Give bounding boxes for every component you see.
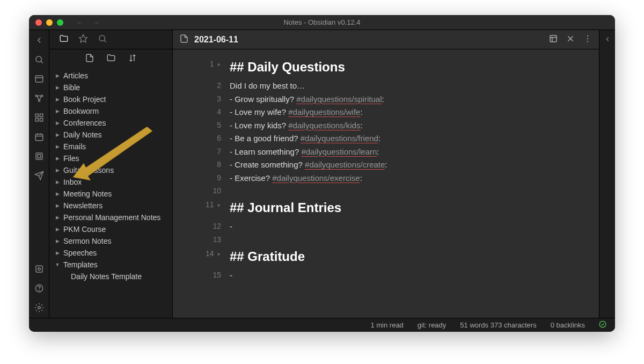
editor-line[interactable]: 8- Create something? #dailyquestions/cre… <box>173 158 599 172</box>
graph-view-icon[interactable] <box>33 92 45 104</box>
tree-folder[interactable]: ▶Sermon Notes <box>49 235 172 247</box>
tree-folder[interactable]: ▶Emails <box>49 141 172 152</box>
chevron-right-icon[interactable]: ▶ <box>55 108 60 114</box>
line-content[interactable]: Did I do my best to… <box>230 80 599 92</box>
line-content[interactable]: - Love my wife? #dailyquestions/wife: <box>230 106 599 119</box>
tree-folder[interactable]: ▶Book Project <box>49 93 172 105</box>
tree-folder[interactable]: ▶Files <box>49 152 172 164</box>
new-folder-icon[interactable] <box>106 53 116 65</box>
search-icon[interactable] <box>33 54 45 65</box>
vault-icon[interactable] <box>33 263 45 275</box>
hashtag-link[interactable]: #dailyquestions/learn <box>301 147 377 156</box>
line-content[interactable]: ## Daily Questions <box>230 55 599 79</box>
settings-icon[interactable] <box>33 302 45 314</box>
fold-indicator-icon[interactable]: ▼ <box>215 62 221 68</box>
fold-indicator-icon[interactable]: ▼ <box>215 203 221 208</box>
editor-line[interactable]: 12- <box>173 220 599 234</box>
new-note-icon[interactable] <box>85 53 94 65</box>
editor-line[interactable]: 1 ▼## Daily Questions <box>173 55 599 79</box>
tree-folder[interactable]: ▶Personal Management Notes <box>49 212 172 223</box>
chevron-right-icon[interactable]: ▶ <box>55 179 60 185</box>
line-content[interactable] <box>230 234 599 244</box>
tree-folder[interactable]: ▶Speeches <box>49 247 172 259</box>
line-content[interactable]: - Love my kids? #dailyquestions/kids: <box>230 120 599 132</box>
hashtag-link[interactable]: #dailyquestions/exercise <box>272 173 360 183</box>
editor-line[interactable]: 6- Be a good friend? #dailyquestions/fri… <box>173 132 599 145</box>
editor-line[interactable]: 15- <box>173 269 599 282</box>
chevron-right-icon[interactable]: ▶ <box>55 238 60 244</box>
editor-line[interactable]: 3- Grow spiritually? #dailyquestions/spi… <box>173 93 599 106</box>
line-content[interactable]: - Learn something? #dailyquestions/learn… <box>230 146 599 158</box>
tree-folder[interactable]: ▶Articles <box>49 70 172 82</box>
hashtag-link[interactable]: #dailyquestions/spiritual <box>296 94 382 104</box>
file-tree[interactable]: ▶Articles▶Bible▶Book Project▶Bookworm▶Co… <box>49 69 172 318</box>
chevron-right-icon[interactable]: ▶ <box>55 73 60 78</box>
nav-forward-button[interactable]: → <box>92 18 100 27</box>
line-content[interactable]: ## Journal Entries <box>230 196 599 220</box>
hashtag-link[interactable]: #dailyquestions/create <box>305 160 385 169</box>
collapse-sidebar-icon[interactable] <box>33 34 45 46</box>
chevron-right-icon[interactable]: ▶ <box>55 227 60 232</box>
tree-folder[interactable]: ▶Inbox <box>49 176 172 188</box>
close-window-button[interactable] <box>35 19 42 26</box>
help-icon[interactable] <box>33 282 45 294</box>
chevron-right-icon[interactable]: ▶ <box>55 191 60 196</box>
publish-icon[interactable] <box>33 170 45 181</box>
line-content[interactable]: ## Gratitude <box>230 245 599 268</box>
templates-icon[interactable] <box>33 150 45 162</box>
line-content[interactable]: - Exercise? #dailyquestions/exercise: <box>230 172 599 185</box>
chevron-right-icon[interactable]: ▶ <box>55 156 60 161</box>
maximize-window-button[interactable] <box>57 19 63 26</box>
more-options-icon[interactable] <box>583 34 592 46</box>
chevron-right-icon[interactable]: ▶ <box>55 85 60 90</box>
editor-line[interactable]: 9- Exercise? #dailyquestions/exercise: <box>173 172 599 185</box>
line-content[interactable]: - <box>230 221 599 233</box>
hashtag-link[interactable]: #dailyquestions/wife <box>288 107 360 117</box>
tree-folder[interactable]: ▶Bible <box>49 82 172 93</box>
tab-starred[interactable] <box>78 34 88 46</box>
editor-line[interactable]: 4- Love my wife? #dailyquestions/wife: <box>173 106 599 119</box>
tree-folder[interactable]: ▶PKM Course <box>49 223 172 235</box>
tree-folder[interactable]: ▶Daily Notes <box>49 129 172 141</box>
chevron-right-icon[interactable]: ▶ <box>55 250 60 256</box>
fold-indicator-icon[interactable]: ▼ <box>215 252 221 257</box>
editor-line[interactable]: 14 ▼## Gratitude <box>173 244 599 269</box>
chevron-right-icon[interactable]: ▶ <box>55 144 60 149</box>
tree-folder[interactable]: ▶Bookworm <box>49 105 172 117</box>
tab-search[interactable] <box>98 34 107 46</box>
line-content[interactable]: - <box>230 270 599 282</box>
tree-folder[interactable]: ▶Meeting Notes <box>49 188 172 200</box>
sort-icon[interactable] <box>128 53 137 65</box>
editor-line[interactable]: 11 ▼## Journal Entries <box>173 195 599 220</box>
tree-file[interactable]: Daily Notes Template <box>49 271 172 282</box>
chevron-down-icon[interactable]: ▼ <box>55 262 60 267</box>
minimize-window-button[interactable] <box>46 19 53 26</box>
line-content[interactable]: - Grow spiritually? #dailyquestions/spir… <box>230 93 599 106</box>
preview-toggle-icon[interactable] <box>548 34 558 46</box>
hashtag-link[interactable]: #dailyquestions/friend <box>301 134 378 143</box>
daily-note-icon[interactable] <box>33 131 45 143</box>
hashtag-link[interactable]: #dailyquestions/kids <box>288 121 360 130</box>
nav-back-button[interactable]: ← <box>76 18 84 27</box>
chevron-right-icon[interactable]: ▶ <box>55 203 60 208</box>
line-content[interactable] <box>230 185 599 195</box>
tab-files[interactable] <box>59 34 69 46</box>
expand-right-sidebar-icon[interactable] <box>604 35 611 45</box>
chevron-right-icon[interactable]: ▶ <box>55 97 60 102</box>
workspaces-icon[interactable] <box>33 112 45 123</box>
tree-folder[interactable]: ▶Conferences <box>49 117 172 129</box>
chevron-right-icon[interactable]: ▶ <box>55 132 60 137</box>
quick-switcher-icon[interactable] <box>33 73 45 85</box>
editor-body[interactable]: 1 ▼## Daily Questions2Did I do my best t… <box>173 49 599 318</box>
chevron-right-icon[interactable]: ▶ <box>55 168 60 173</box>
chevron-right-icon[interactable]: ▶ <box>55 215 60 220</box>
editor-line[interactable]: 7- Learn something? #dailyquestions/lear… <box>173 145 599 159</box>
line-content[interactable]: - Be a good friend? #dailyquestions/frie… <box>230 133 599 145</box>
chevron-right-icon[interactable]: ▶ <box>55 120 60 126</box>
tree-folder[interactable]: ▶Guitar Lessons <box>49 164 172 176</box>
editor-line[interactable]: 13 <box>173 234 599 244</box>
tree-folder[interactable]: ▼Templates <box>49 259 172 271</box>
line-content[interactable]: - Create something? #dailyquestions/crea… <box>230 159 599 171</box>
editor-line[interactable]: 2Did I do my best to… <box>173 79 599 93</box>
editor-line[interactable]: 5- Love my kids? #dailyquestions/kids: <box>173 119 599 133</box>
